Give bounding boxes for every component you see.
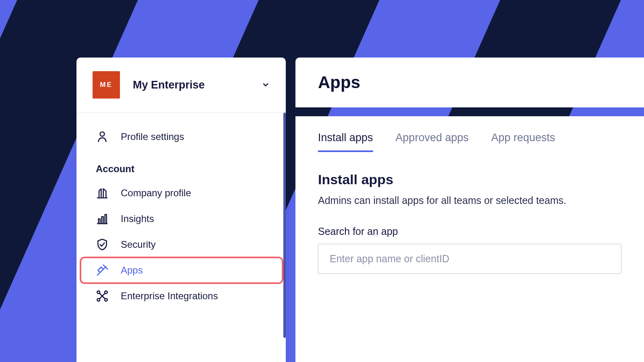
tabs: Install apps Approved apps App requests: [318, 128, 621, 152]
sidebar-item-enterprise-integrations[interactable]: Enterprise Integrations: [76, 283, 286, 309]
svg-point-0: [100, 132, 105, 136]
chart-icon: [96, 212, 109, 225]
sidebar-item-label: Company profile: [121, 187, 191, 199]
tab-app-requests[interactable]: App requests: [491, 128, 555, 152]
app-window: ME My Enterprise Profile settings Accoun…: [76, 58, 644, 362]
tab-approved-apps[interactable]: Approved apps: [396, 128, 469, 152]
building-icon: [96, 187, 109, 200]
sidebar-item-profile-settings[interactable]: Profile settings: [76, 124, 286, 150]
sidebar-item-label: Security: [121, 239, 156, 250]
chevron-down-icon: [262, 81, 270, 89]
tab-install-apps[interactable]: Install apps: [318, 128, 373, 152]
main-body: Install apps Approved apps App requests …: [295, 116, 644, 362]
search-label: Search for an app: [318, 226, 621, 237]
svg-rect-1: [99, 219, 100, 224]
shield-icon: [96, 238, 109, 251]
sidebar-item-apps[interactable]: Apps: [76, 257, 286, 283]
sidebar-item-label: Apps: [121, 265, 143, 276]
highlight-annotation: [80, 257, 283, 284]
section-title: Install apps: [318, 172, 621, 187]
page-title: Apps: [318, 73, 621, 92]
search-input[interactable]: [318, 244, 621, 274]
sidebar-body: Profile settings Account Company profile…: [76, 113, 286, 309]
sidebar-item-label: Profile settings: [121, 131, 184, 142]
sidebar-item-label: Enterprise Integrations: [121, 290, 218, 302]
sidebar-item-label: Insights: [121, 213, 154, 224]
sidebar-section-account: Account: [76, 150, 286, 180]
main-header: Apps: [295, 58, 644, 107]
sidebar-item-security[interactable]: Security: [76, 232, 286, 257]
sidebar-item-company-profile[interactable]: Company profile: [76, 180, 286, 206]
sidebar-item-insights[interactable]: Insights: [76, 206, 286, 232]
plug-icon: [96, 264, 109, 277]
org-switcher[interactable]: ME My Enterprise: [76, 58, 286, 113]
section-description: Admins can install apps for all teams or…: [318, 195, 621, 206]
svg-rect-3: [105, 214, 107, 224]
org-name: My Enterprise: [133, 79, 249, 91]
main-panel: Apps Install apps Approved apps App requ…: [295, 58, 644, 362]
org-badge: ME: [93, 71, 120, 99]
user-icon: [96, 130, 109, 143]
sidebar: ME My Enterprise Profile settings Accoun…: [76, 58, 286, 362]
integrations-icon: [96, 290, 109, 302]
svg-rect-2: [102, 217, 103, 224]
